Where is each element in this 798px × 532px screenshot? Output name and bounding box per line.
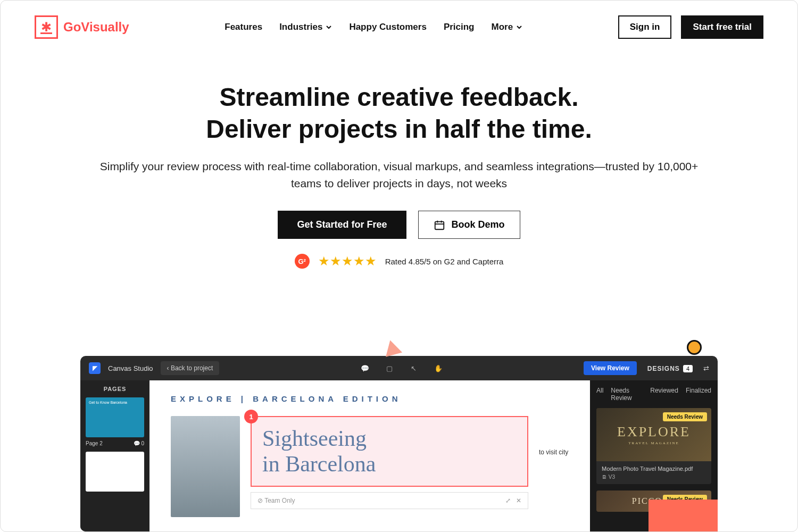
hero-subtitle: Simplify your review process with real-t… bbox=[86, 158, 712, 192]
hero-title-line1: Streamline creative feedback. bbox=[219, 83, 578, 111]
calendar-icon bbox=[434, 219, 445, 231]
hero-title: Streamline creative feedback. Deliver pr… bbox=[86, 81, 712, 145]
hero: Streamline creative feedback. Deliver pr… bbox=[1, 39, 797, 279]
brand-name: GoVisually bbox=[63, 20, 129, 35]
nav-industries-label: Industries bbox=[279, 22, 322, 32]
filter-needs-review[interactable]: Needs Review bbox=[611, 387, 643, 402]
design-filename: Modern Photo Travel Magazine.pdf bbox=[596, 461, 711, 474]
start-trial-button[interactable]: Start free trial bbox=[681, 15, 763, 39]
page-meta: Page 2 💬 0 bbox=[86, 440, 144, 446]
rectangle-tool-icon[interactable]: ▢ bbox=[385, 363, 394, 373]
nav-more[interactable]: More bbox=[492, 22, 523, 32]
book-demo-label: Book Demo bbox=[452, 219, 505, 230]
main-nav: Features Industries Happy Customers Pric… bbox=[225, 22, 522, 32]
designs-count-label: DESIGNS4 bbox=[647, 364, 693, 372]
stars-icon: ★★★★★ bbox=[318, 254, 377, 269]
sign-in-button[interactable]: Sign in bbox=[618, 15, 672, 39]
tool-row: 💬 ▢ ↖ ✋ bbox=[360, 363, 443, 373]
cta-row: Get Started for Free Book Demo bbox=[86, 211, 712, 239]
rating-text: Rated 4.85/5 on G2 and Capterra bbox=[385, 257, 504, 266]
nav-happy-customers[interactable]: Happy Customers bbox=[349, 22, 426, 32]
comment-input[interactable]: ⊘ Team Only ⤢ ✕ bbox=[251, 492, 528, 509]
decoration-block bbox=[649, 500, 718, 531]
annotation-box[interactable]: 1 Sightseeingin Barcelona bbox=[251, 416, 528, 487]
filter-all[interactable]: All bbox=[596, 387, 603, 402]
brand-logo[interactable]: ✱ GoVisually bbox=[35, 15, 129, 39]
nav-pricing[interactable]: Pricing bbox=[444, 22, 475, 32]
filter-row: All Needs Review Reviewed Finalized bbox=[596, 387, 711, 402]
team-only-label: ⊘ Team Only bbox=[257, 497, 295, 504]
canvas-headline: Sightseeingin Barcelona bbox=[262, 426, 517, 477]
view-review-button[interactable]: View Review bbox=[584, 361, 637, 375]
pages-panel: PAGES Get to Know Barcelona Page 2 💬 0 bbox=[80, 380, 149, 531]
comment-actions: ⤢ ✕ bbox=[505, 497, 521, 504]
asterisk-icon: ✱ bbox=[35, 15, 58, 39]
design-card-1[interactable]: Needs Review EXPLORE TRAVEL MAGAZINE Mod… bbox=[596, 408, 711, 484]
hand-tool-icon[interactable]: ✋ bbox=[434, 363, 443, 373]
canvas-area[interactable]: EXPLORE | BARCELONA EDITION 1 Sightseein… bbox=[149, 380, 590, 531]
pages-title: PAGES bbox=[86, 386, 144, 392]
eyebrow-text: EXPLORE | BARCELONA EDITION bbox=[171, 394, 569, 403]
chevron-down-icon bbox=[516, 24, 522, 30]
status-badge: Needs Review bbox=[663, 412, 707, 421]
nav-industries[interactable]: Industries bbox=[279, 22, 332, 32]
city-photo bbox=[171, 416, 240, 517]
nav-more-label: More bbox=[492, 22, 513, 32]
get-started-button[interactable]: Get Started for Free bbox=[278, 211, 406, 239]
filter-finalized[interactable]: Finalized bbox=[686, 387, 711, 402]
workspace-name: Canvas Studio bbox=[108, 364, 153, 372]
comment-tool-icon[interactable]: 💬 bbox=[360, 363, 370, 373]
pointer-tool-icon[interactable]: ↖ bbox=[409, 363, 419, 373]
header: ✱ GoVisually Features Industries Happy C… bbox=[1, 1, 797, 39]
rating-row: G² ★★★★★ Rated 4.85/5 on G2 and Capterra bbox=[86, 254, 712, 269]
filter-reviewed[interactable]: Reviewed bbox=[650, 387, 678, 402]
annotation-number-badge: 1 bbox=[244, 410, 258, 423]
header-actions: Sign in Start free trial bbox=[618, 15, 763, 39]
design-version: 🗎 V3 bbox=[596, 474, 711, 484]
book-demo-button[interactable]: Book Demo bbox=[418, 211, 520, 239]
svg-rect-0 bbox=[435, 221, 444, 229]
share-icon[interactable]: ⇄ bbox=[703, 364, 709, 372]
comment-count: 💬 0 bbox=[134, 440, 144, 446]
app-mock: ◤ Canvas Studio ‹ Back to project 💬 ▢ ↖ … bbox=[80, 356, 718, 531]
page-thumbnail-2[interactable] bbox=[86, 452, 144, 492]
chevron-down-icon bbox=[326, 24, 332, 30]
app-logo-icon: ◤ bbox=[89, 362, 101, 374]
cursor-icon bbox=[382, 338, 402, 356]
g2-badge-icon: G² bbox=[295, 254, 310, 269]
back-to-project-button[interactable]: ‹ Back to project bbox=[161, 361, 220, 375]
hero-title-line2: Deliver projects in half the time. bbox=[206, 115, 592, 143]
page-thumbnail-1[interactable]: Get to Know Barcelona bbox=[86, 397, 144, 437]
nav-features[interactable]: Features bbox=[225, 22, 262, 32]
page-number: Page 2 bbox=[86, 440, 103, 446]
app-toolbar: ◤ Canvas Studio ‹ Back to project 💬 ▢ ↖ … bbox=[80, 356, 718, 380]
side-text: to visit city bbox=[539, 416, 569, 517]
decoration-dot bbox=[687, 340, 702, 355]
